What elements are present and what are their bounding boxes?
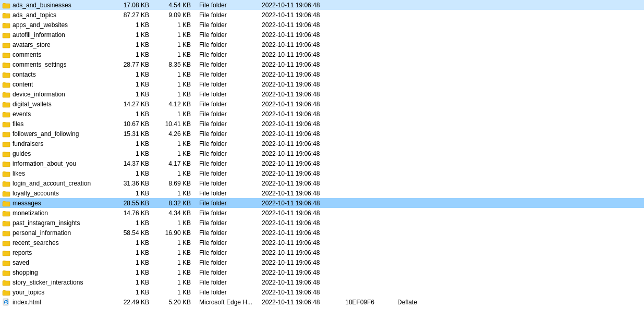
file-type-cell: File folder <box>195 200 258 207</box>
svg-rect-38 <box>3 192 10 196</box>
table-row[interactable]: followers_and_following 15.31 KB 4.26 KB… <box>0 129 644 139</box>
table-row[interactable]: contacts 1 KB 1 KB File folder 2022-10-1… <box>0 69 644 79</box>
file-modified-cell: 2022-10-11 19:06:48 <box>258 269 341 276</box>
svg-rect-42 <box>3 212 10 216</box>
file-packed-cell: 9.09 KB <box>153 11 195 19</box>
file-packed-cell: 10.41 KB <box>153 120 195 128</box>
file-name-cell: loyalty_accounts <box>2 189 112 198</box>
table-row[interactable]: login_and_account_creation 31.36 KB 8.69… <box>0 178 644 188</box>
table-row[interactable]: personal_information 58.54 KB 16.90 KB F… <box>0 228 644 238</box>
file-packed-cell: 1 KB <box>153 41 195 48</box>
table-row[interactable]: your_topics 1 KB 1 KB File folder 2022-1… <box>0 287 644 297</box>
svg-rect-46 <box>3 231 10 236</box>
file-packed-cell: 1 KB <box>153 289 195 296</box>
item-name: guides <box>13 150 31 157</box>
table-row[interactable]: device_information 1 KB 1 KB File folder… <box>0 89 644 99</box>
file-packed-cell: 1 KB <box>153 269 195 276</box>
table-row[interactable]: monetization 14.76 KB 4.34 KB File folde… <box>0 208 644 218</box>
file-type-cell: File folder <box>195 130 258 138</box>
table-row[interactable]: autofill_information 1 KB 1 KB File fold… <box>0 30 644 40</box>
file-modified-cell: 2022-10-11 19:06:48 <box>258 190 341 197</box>
file-size-cell: 1 KB <box>112 51 153 58</box>
folder-icon <box>2 278 10 287</box>
file-size-cell: 1 KB <box>112 71 153 78</box>
file-name-cell: likes <box>2 169 112 178</box>
table-row[interactable]: messages 28.55 KB 8.32 KB File folder 20… <box>0 198 644 208</box>
item-name: saved <box>13 259 29 266</box>
folder-icon <box>2 140 10 148</box>
table-row[interactable]: content 1 KB 1 KB File folder 2022-10-11… <box>0 79 644 89</box>
file-size-cell: 14.27 KB <box>112 101 153 108</box>
folder-icon <box>2 199 10 207</box>
file-packed-cell: 8.32 KB <box>153 200 195 207</box>
file-packed-cell: 1 KB <box>153 190 195 197</box>
item-name: fundraisers <box>13 140 43 147</box>
file-size-cell: 1 KB <box>112 41 153 48</box>
item-name: your_topics <box>13 289 44 296</box>
file-size-cell: 87.27 KB <box>112 11 153 19</box>
file-name-cell: device_information <box>2 90 112 98</box>
file-name-cell: avatars_store <box>2 41 112 49</box>
table-row[interactable]: files 10.67 KB 10.41 KB File folder 2022… <box>0 119 644 129</box>
table-row[interactable]: fundraisers 1 KB 1 KB File folder 2022-1… <box>0 139 644 149</box>
file-modified-cell: 2022-10-11 19:06:48 <box>258 279 341 286</box>
file-name-cell: reports <box>2 249 112 257</box>
table-row[interactable]: events 1 KB 1 KB File folder 2022-10-11 … <box>0 109 644 119</box>
file-name-cell: ads_and_businesses <box>2 1 112 9</box>
file-modified-cell: 2022-10-11 19:06:48 <box>258 101 341 108</box>
svg-rect-8 <box>3 43 10 48</box>
file-name-cell: shopping <box>2 268 112 277</box>
file-size-cell: 14.76 KB <box>112 209 153 217</box>
table-row[interactable]: apps_and_websites 1 KB 1 KB File folder … <box>0 20 644 30</box>
table-row[interactable]: shopping 1 KB 1 KB File folder 2022-10-1… <box>0 267 644 277</box>
file-modified-cell: 2022-10-11 19:06:48 <box>258 200 341 207</box>
file-type-cell: File folder <box>195 51 258 58</box>
file-name-cell: saved <box>2 258 112 267</box>
file-modified-cell: 2022-10-11 19:06:48 <box>258 160 341 167</box>
table-row[interactable]: recent_searches 1 KB 1 KB File folder 20… <box>0 238 644 248</box>
file-type-cell: File folder <box>195 140 258 147</box>
file-packed-cell: 4.26 KB <box>153 130 195 138</box>
file-packed-cell: 1 KB <box>153 71 195 78</box>
table-row[interactable]: loyalty_accounts 1 KB 1 KB File folder 2… <box>0 188 644 198</box>
folder-icon <box>2 288 10 297</box>
table-row[interactable]: past_instagram_insights 1 KB 1 KB File f… <box>0 218 644 228</box>
file-modified-cell: 2022-10-11 19:06:48 <box>258 71 341 78</box>
table-row[interactable]: saved 1 KB 1 KB File folder 2022-10-11 1… <box>0 257 644 267</box>
table-row[interactable]: ads_and_topics 87.27 KB 9.09 KB File fol… <box>0 10 644 20</box>
file-type-cell: File folder <box>195 219 258 227</box>
file-modified-cell: 2022-10-11 19:06:48 <box>258 219 341 227</box>
table-row[interactable]: index.html 22.49 KB 5.20 KB Microsoft Ed… <box>0 297 644 307</box>
table-row[interactable]: likes 1 KB 1 KB File folder 2022-10-11 1… <box>0 168 644 178</box>
file-size-cell: 1 KB <box>112 140 153 147</box>
table-row[interactable]: reports 1 KB 1 KB File folder 2022-10-11… <box>0 248 644 257</box>
svg-rect-56 <box>3 281 10 286</box>
file-modified-cell: 2022-10-11 19:06:48 <box>258 2 341 9</box>
table-row[interactable]: information_about_you 14.37 KB 4.17 KB F… <box>0 158 644 168</box>
item-name: apps_and_websites <box>13 21 68 29</box>
svg-rect-16 <box>3 83 10 88</box>
file-name-cell: recent_searches <box>2 239 112 247</box>
file-size-cell: 22.49 KB <box>112 299 153 306</box>
table-row[interactable]: story_sticker_interactions 1 KB 1 KB Fil… <box>0 277 644 287</box>
file-packed-cell: 8.69 KB <box>153 180 195 187</box>
file-packed-cell: 1 KB <box>153 81 195 88</box>
file-type-cell: File folder <box>195 239 258 246</box>
file-type-cell: File folder <box>195 190 258 197</box>
file-packed-cell: 1 KB <box>153 249 195 256</box>
item-name: events <box>13 110 31 118</box>
table-row[interactable]: comments 1 KB 1 KB File folder 2022-10-1… <box>0 50 644 59</box>
file-size-cell: 28.55 KB <box>112 200 153 207</box>
file-type-cell: File folder <box>195 279 258 286</box>
table-row[interactable]: ads_and_businesses 17.08 KB 4.54 KB File… <box>0 0 644 10</box>
file-name-cell: past_instagram_insights <box>2 219 112 227</box>
table-row[interactable]: avatars_store 1 KB 1 KB File folder 2022… <box>0 40 644 50</box>
file-type-cell: File folder <box>195 61 258 68</box>
table-row[interactable]: guides 1 KB 1 KB File folder 2022-10-11 … <box>0 149 644 158</box>
svg-rect-14 <box>3 73 10 78</box>
file-packed-cell: 4.34 KB <box>153 209 195 217</box>
file-type-cell: File folder <box>195 21 258 29</box>
table-row[interactable]: comments_settings 28.77 KB 8.35 KB File … <box>0 59 644 69</box>
item-name: story_sticker_interactions <box>13 279 83 286</box>
table-row[interactable]: digital_wallets 14.27 KB 4.12 KB File fo… <box>0 99 644 109</box>
